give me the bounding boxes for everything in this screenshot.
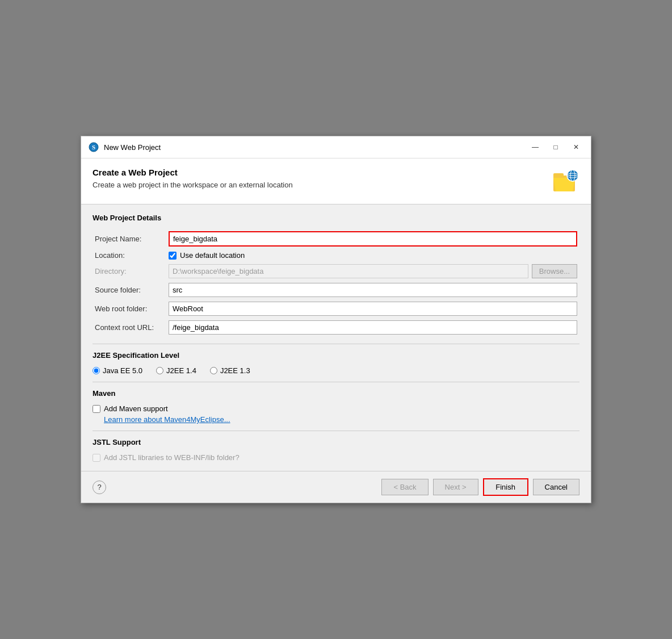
app-icon: S: [88, 141, 99, 153]
next-button[interactable]: Next >: [433, 479, 478, 495]
maven-section-title: Maven: [93, 389, 579, 398]
directory-cell: Browse...: [166, 262, 579, 281]
header-subtitle: Create a web project in the workspace or…: [93, 181, 552, 189]
context-root-cell: [166, 318, 579, 337]
header-left: Create a Web Project Create a web projec…: [93, 168, 552, 189]
header-icon: [552, 168, 579, 195]
form-table: Project Name: Location: Use default loca…: [93, 229, 579, 337]
maven-section: Maven Add Maven support Learn more about…: [93, 389, 579, 424]
project-name-label: Project Name:: [93, 229, 166, 249]
minimize-button[interactable]: —: [527, 141, 543, 153]
web-root-label: Web root folder:: [93, 299, 166, 318]
footer-section: ? < Back Next > Finish Cancel: [81, 471, 591, 503]
title-bar-text: New Web Project: [104, 143, 527, 152]
directory-input-row: Browse...: [169, 264, 577, 278]
add-maven-checkbox[interactable]: [93, 405, 100, 413]
j2ee-section-title: J2EE Specification Level: [93, 351, 579, 360]
j2ee-option3-radio[interactable]: [210, 367, 217, 374]
header-section: Create a Web Project Create a web projec…: [81, 158, 591, 204]
context-root-input[interactable]: [169, 320, 577, 335]
j2ee-option2-radio[interactable]: [156, 367, 163, 374]
back-button[interactable]: < Back: [381, 479, 428, 495]
directory-label: Directory:: [93, 262, 166, 281]
main-content: Web Project Details Project Name: Locati…: [81, 204, 591, 471]
directory-row: Directory: Browse...: [93, 262, 579, 281]
location-row: Location: Use default location: [93, 249, 579, 262]
jstl-section: JSTL Support Add JSTL libraries to WEB-I…: [93, 438, 579, 462]
project-name-row: Project Name:: [93, 229, 579, 249]
cancel-button[interactable]: Cancel: [533, 479, 579, 495]
location-cell: Use default location: [166, 249, 579, 262]
title-bar: S New Web Project — □ ✕: [81, 136, 591, 158]
use-default-location-checkbox[interactable]: [169, 252, 177, 260]
context-root-row: Context root URL:: [93, 318, 579, 337]
jstl-section-title: JSTL Support: [93, 438, 579, 446]
j2ee-option1-label[interactable]: Java EE 5.0: [93, 366, 142, 375]
maven-learn-more-link[interactable]: Learn more about Maven4MyEclipse...: [104, 415, 579, 424]
header-title: Create a Web Project: [93, 168, 552, 177]
restore-button[interactable]: □: [548, 141, 564, 153]
j2ee-option1-radio[interactable]: [93, 367, 100, 374]
svg-text:S: S: [92, 144, 95, 151]
source-folder-row: Source folder:: [93, 281, 579, 299]
source-folder-cell: [166, 281, 579, 299]
footer-buttons: < Back Next > Finish Cancel: [381, 478, 579, 496]
j2ee-option2-label[interactable]: J2EE 1.4: [156, 366, 196, 375]
svg-rect-3: [553, 173, 564, 178]
browse-button[interactable]: Browse...: [532, 264, 577, 278]
help-button[interactable]: ?: [93, 481, 106, 494]
web-root-input[interactable]: [169, 302, 577, 316]
use-default-location-label[interactable]: Use default location: [169, 251, 577, 260]
j2ee-section: J2EE Specification Level Java EE 5.0 J2E…: [93, 351, 579, 375]
project-name-input[interactable]: [169, 231, 577, 247]
source-folder-input[interactable]: [169, 283, 577, 297]
j2ee-option3-label[interactable]: J2EE 1.3: [210, 366, 250, 375]
divider-3: [93, 431, 579, 431]
source-folder-label: Source folder:: [93, 281, 166, 299]
section-title: Web Project Details: [93, 214, 579, 222]
divider-1: [93, 344, 579, 344]
add-jstl-label[interactable]: Add JSTL libraries to WEB-INF/lib folder…: [93, 453, 579, 462]
directory-input: [169, 264, 528, 278]
title-bar-controls: — □ ✕: [527, 141, 584, 153]
finish-button[interactable]: Finish: [483, 478, 528, 496]
close-button[interactable]: ✕: [568, 141, 584, 153]
add-jstl-checkbox: [93, 454, 100, 462]
add-maven-label[interactable]: Add Maven support: [93, 404, 579, 413]
j2ee-options: Java EE 5.0 J2EE 1.4 J2EE 1.3: [93, 366, 579, 375]
location-label: Location:: [93, 249, 166, 262]
dialog-window: S New Web Project — □ ✕ Create a Web Pro…: [81, 136, 591, 503]
project-name-cell: [166, 229, 579, 249]
web-root-cell: [166, 299, 579, 318]
context-root-label: Context root URL:: [93, 318, 166, 337]
web-root-row: Web root folder:: [93, 299, 579, 318]
divider-2: [93, 382, 579, 382]
